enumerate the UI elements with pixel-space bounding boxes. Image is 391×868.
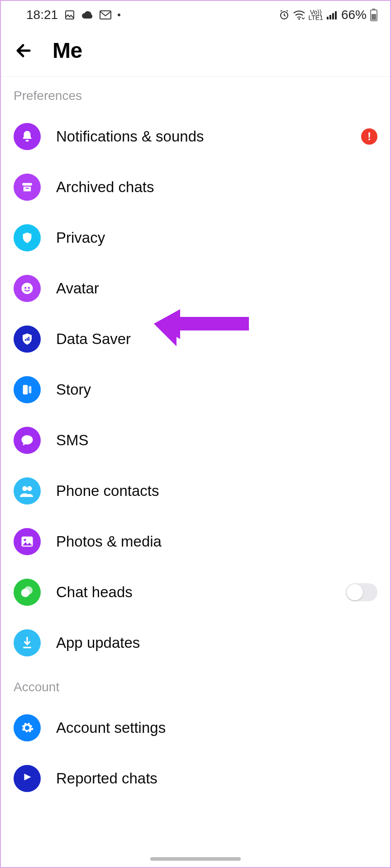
- gear-icon: [14, 714, 41, 741]
- item-label: Reported chats: [56, 770, 377, 787]
- svg-rect-5: [329, 15, 331, 19]
- battery-icon: [370, 9, 377, 21]
- item-label: SMS: [56, 432, 377, 449]
- back-button[interactable]: [14, 39, 36, 62]
- avatar-icon: [14, 275, 41, 302]
- flag-icon: [14, 765, 41, 792]
- svg-rect-21: [23, 385, 28, 395]
- battery-pct: 66%: [341, 8, 367, 22]
- item-account-settings[interactable]: Account settings: [14, 703, 377, 753]
- item-label: Archived chats: [56, 179, 377, 196]
- svg-point-23: [22, 486, 27, 491]
- svg-rect-1: [100, 11, 111, 19]
- svg-point-14: [22, 283, 33, 294]
- alarm-icon: [279, 9, 290, 20]
- chat-bubble-icon: [14, 427, 41, 454]
- svg-rect-4: [327, 17, 329, 19]
- bell-icon: [14, 123, 41, 150]
- signal-icon: [327, 10, 338, 19]
- alert-badge-icon: !: [361, 128, 377, 145]
- item-label: Avatar: [56, 280, 377, 297]
- cloud-icon: [81, 10, 93, 19]
- arrow-left-icon: [15, 41, 35, 61]
- volte-icon: Vo))LTE1: [309, 9, 323, 20]
- item-chat-heads[interactable]: Chat heads: [14, 567, 377, 618]
- item-label: Privacy: [56, 229, 377, 246]
- item-label: Chat heads: [56, 584, 330, 601]
- item-label: Account settings: [56, 719, 377, 736]
- people-icon: [14, 477, 41, 505]
- item-privacy[interactable]: Privacy: [14, 212, 377, 263]
- archive-icon: [14, 174, 41, 201]
- dot-icon: [118, 14, 120, 16]
- item-label: App updates: [56, 634, 377, 651]
- shield-icon: [14, 224, 41, 251]
- svg-rect-18: [27, 338, 28, 341]
- preferences-list: Notifications & sounds ! Archived chats …: [1, 111, 390, 668]
- svg-point-28: [21, 589, 30, 597]
- clock: 18:21: [26, 8, 58, 22]
- svg-rect-0: [66, 11, 74, 19]
- photo-icon: [14, 528, 41, 555]
- image-icon: [64, 9, 75, 20]
- svg-rect-12: [24, 187, 31, 192]
- header: Me: [1, 29, 390, 76]
- item-label: Phone contacts: [56, 482, 377, 500]
- item-label: Notifications & sounds: [56, 128, 346, 145]
- svg-point-26: [24, 539, 26, 541]
- item-story[interactable]: Story: [14, 364, 377, 415]
- chat-heads-toggle[interactable]: [346, 583, 377, 601]
- svg-rect-6: [332, 13, 334, 19]
- svg-rect-10: [372, 14, 376, 20]
- item-photos-media[interactable]: Photos & media: [14, 516, 377, 567]
- svg-rect-13: [26, 188, 29, 189]
- item-label: Photos & media: [56, 533, 377, 550]
- section-label-account: Account: [1, 668, 390, 703]
- item-data-saver[interactable]: Data Saver: [14, 314, 377, 364]
- download-icon: [14, 629, 41, 656]
- svg-point-15: [24, 287, 27, 289]
- item-avatar[interactable]: Avatar: [14, 263, 377, 314]
- svg-point-16: [28, 287, 30, 289]
- status-bar: 18:21 Vo))LTE1 66%: [1, 1, 390, 29]
- svg-rect-19: [29, 337, 30, 341]
- section-label-preferences: Preferences: [1, 77, 390, 111]
- item-label: Data Saver: [56, 330, 377, 348]
- page-title: Me: [52, 38, 82, 63]
- item-phone-contacts[interactable]: Phone contacts: [14, 466, 377, 516]
- svg-point-3: [298, 18, 300, 20]
- svg-rect-11: [23, 183, 32, 186]
- svg-point-24: [27, 486, 32, 491]
- item-label: Story: [56, 381, 377, 398]
- svg-rect-17: [25, 339, 26, 341]
- home-indicator[interactable]: [150, 857, 241, 861]
- item-sms[interactable]: SMS: [14, 415, 377, 466]
- account-list: Account settings Reported chats: [1, 703, 390, 804]
- svg-rect-22: [29, 386, 32, 393]
- story-icon: [14, 376, 41, 403]
- chat-heads-icon: [14, 579, 41, 606]
- shield-bars-icon: [14, 326, 41, 353]
- item-app-updates[interactable]: App updates: [14, 618, 377, 668]
- item-archived[interactable]: Archived chats: [14, 162, 377, 212]
- svg-rect-29: [23, 647, 31, 648]
- item-reported-chats[interactable]: Reported chats: [14, 753, 377, 804]
- wifi-icon: [293, 10, 305, 20]
- svg-rect-7: [335, 11, 337, 19]
- gmail-icon: [100, 10, 111, 19]
- item-notifications[interactable]: Notifications & sounds !: [14, 111, 377, 162]
